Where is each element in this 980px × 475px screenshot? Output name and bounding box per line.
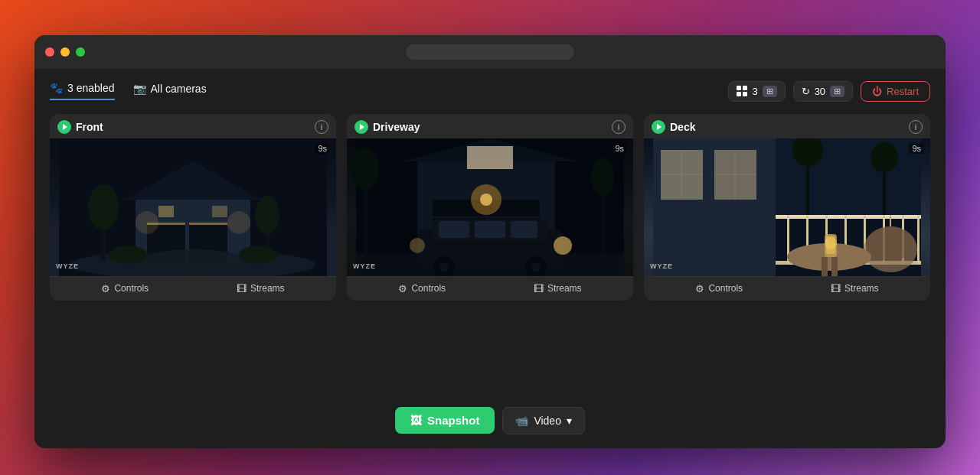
svg-rect-64 (831, 257, 838, 276)
timer-driveway: 9s (612, 143, 627, 154)
minimize-dot[interactable] (60, 47, 70, 57)
streams-btn-front[interactable]: 🎞 Streams (237, 283, 285, 294)
maximize-dot[interactable] (76, 47, 85, 57)
svg-rect-63 (822, 257, 828, 276)
info-icon-front[interactable]: i (315, 120, 328, 134)
svg-point-36 (439, 262, 449, 272)
info-icon-driveway[interactable]: i (612, 120, 626, 134)
timer-front: 9s (315, 143, 330, 154)
svg-point-43 (591, 158, 614, 196)
cameras-grid: Front i (50, 114, 930, 301)
svg-rect-8 (158, 206, 174, 217)
wyze-logo-driveway: WYZE (353, 262, 376, 270)
play-icon-driveway[interactable] (354, 120, 368, 134)
svg-rect-52 (776, 215, 921, 219)
svg-point-37 (531, 262, 541, 272)
tabs: 🐾 3 enabled 📷 All cameras (50, 82, 207, 100)
camera-card-driveway: Driveway i (347, 114, 633, 301)
controls-label-driveway: Controls (411, 283, 446, 294)
main-content: 🐾 3 enabled 📷 All cameras 3 ⊞ ↻ (34, 69, 946, 448)
tab-enabled-label: 3 enabled (67, 82, 115, 94)
streams-icon-front: 🎞 (237, 283, 247, 294)
video-button[interactable]: 📹 Video ▾ (502, 407, 585, 434)
camera-feed-deck: 9s WYZE (644, 138, 930, 276)
titlebar (34, 35, 946, 69)
power-icon: ⏻ (872, 86, 882, 97)
grid-count: 3 (752, 86, 757, 97)
refresh-icon: ↻ (802, 86, 810, 97)
video-label: Video (534, 415, 561, 427)
snapshot-label: Snapshot (427, 414, 479, 427)
svg-point-13 (88, 184, 119, 230)
camera-footer-driveway: ⚙ Controls 🎞 Streams (347, 276, 633, 301)
controls-label-front: Controls (114, 283, 149, 294)
svg-point-11 (227, 211, 250, 234)
streams-btn-deck[interactable]: 🎞 Streams (831, 283, 879, 294)
streams-icon-deck: 🎞 (831, 283, 841, 294)
snapshot-button[interactable]: 🖼 Snapshot (395, 407, 495, 434)
camera-name-front: Front (76, 121, 103, 133)
camera-feed-driveway: 9s WYZE (347, 138, 633, 276)
camera-header-deck: Deck i (644, 114, 930, 138)
controls-label-deck: Controls (708, 283, 743, 294)
camera-title-front: Front (57, 120, 103, 134)
camera-card-deck: Deck i (644, 114, 930, 301)
controls-btn-driveway[interactable]: ⚙ Controls (398, 283, 446, 294)
play-icon-front[interactable] (57, 120, 71, 134)
refresh-count: 30 (815, 86, 825, 97)
svg-point-17 (109, 246, 147, 264)
grid-badge: ⊞ (763, 86, 777, 97)
bottom-actions: 🖼 Snapshot 📹 Video ▾ (395, 407, 585, 434)
app-window: 🐾 3 enabled 📷 All cameras 3 ⊞ ↻ (34, 35, 946, 448)
all-cameras-icon: 📷 (133, 83, 146, 95)
search-bar (406, 44, 574, 60)
svg-point-41 (351, 148, 379, 190)
svg-point-38 (554, 236, 572, 255)
camera-footer-front: ⚙ Controls 🎞 Streams (50, 276, 336, 301)
camera-name-deck: Deck (670, 121, 695, 133)
streams-icon-driveway: 🎞 (534, 283, 544, 294)
streams-label-driveway: Streams (547, 283, 582, 294)
camera-title-deck: Deck (652, 120, 695, 134)
svg-point-67 (825, 237, 837, 249)
tab-enabled[interactable]: 🐾 3 enabled (50, 82, 115, 100)
controls-btn-deck[interactable]: ⚙ Controls (695, 283, 743, 294)
grid-icon (737, 86, 747, 96)
svg-point-39 (410, 238, 425, 253)
dropdown-chevron: ▾ (567, 415, 572, 427)
tab-all-cameras-label: All cameras (151, 83, 207, 95)
svg-rect-42 (601, 184, 605, 261)
svg-point-18 (239, 246, 277, 264)
wyze-logo-front: WYZE (56, 262, 79, 270)
svg-point-10 (136, 211, 158, 234)
camera-header-front: Front i (50, 114, 336, 138)
refresh-control[interactable]: ↻ 30 ⊞ (793, 81, 853, 102)
camera-name-driveway: Driveway (373, 121, 420, 133)
tab-all-cameras[interactable]: 📷 All cameras (133, 83, 207, 99)
svg-rect-7 (189, 223, 227, 225)
streams-btn-driveway[interactable]: 🎞 Streams (534, 283, 582, 294)
restart-label: Restart (887, 86, 919, 97)
restart-button[interactable]: ⏻ Restart (861, 81, 930, 102)
play-icon-deck[interactable] (652, 120, 665, 134)
camera-title-driveway: Driveway (354, 120, 420, 134)
controls-btn-front[interactable]: ⚙ Controls (101, 283, 149, 294)
top-bar: 🐾 3 enabled 📷 All cameras 3 ⊞ ↻ (50, 81, 930, 102)
info-icon-deck[interactable]: i (909, 120, 923, 134)
camera-card-front: Front i (50, 114, 336, 301)
controls-icon-front: ⚙ (101, 283, 110, 294)
svg-point-15 (255, 196, 279, 234)
streams-label-front: Streams (250, 283, 285, 294)
close-dot[interactable] (45, 47, 54, 57)
camera-header-driveway: Driveway i (347, 114, 633, 138)
wyze-logo-deck: WYZE (650, 262, 673, 270)
snapshot-icon: 🖼 (410, 414, 422, 427)
grid-control[interactable]: 3 ⊞ (728, 81, 785, 102)
timer-deck: 9s (909, 143, 924, 154)
video-icon: 📹 (515, 415, 528, 427)
svg-rect-33 (511, 221, 537, 238)
camera-feed-front: 9s WYZE (50, 138, 336, 276)
top-controls: 3 ⊞ ↻ 30 ⊞ ⏻ Restart (728, 81, 930, 102)
controls-icon-driveway: ⚙ (398, 283, 407, 294)
svg-rect-61 (917, 215, 920, 265)
